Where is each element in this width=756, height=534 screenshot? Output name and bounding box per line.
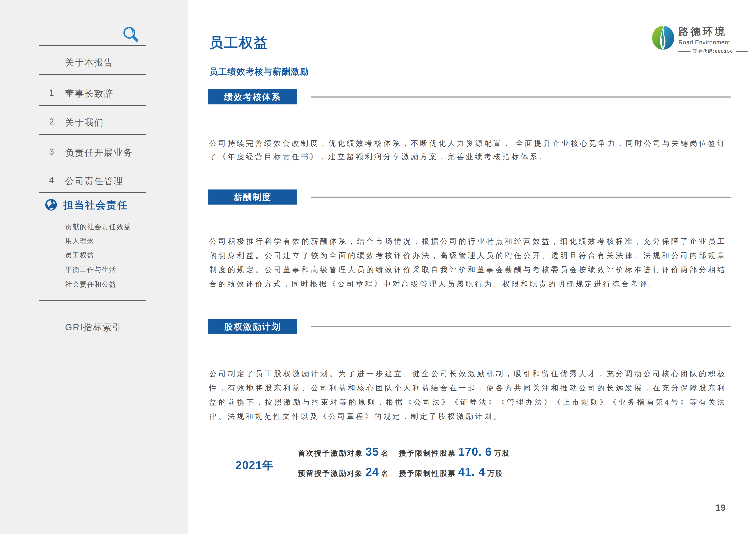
divider (39, 105, 146, 106)
sidebar-item-social-responsibility[interactable]: 担当社会责任 (45, 198, 128, 212)
divider (39, 45, 146, 46)
page-subtitle: 员工绩效考核与薪酬激励 (209, 66, 309, 78)
divider (39, 74, 146, 75)
company-logo: 路德环境 Road Environment 证券代码:688156 (652, 25, 748, 54)
sidebar-subitem-talent-philosophy[interactable]: 用人理念 (65, 237, 94, 246)
dash-decoration (736, 51, 748, 52)
divider (39, 134, 146, 135)
section-rule (311, 96, 731, 97)
sidebar-item-responsible-business[interactable]: 负责任开展业务 (65, 147, 133, 159)
section-body-compensation-system: 公司积极推行科学有效的薪酬体系，结合市场情况，根据公司的行业特点和经营效益，细化… (209, 234, 726, 291)
stat-value: 170. 6 (458, 445, 492, 458)
section-heading-compensation-system: 薪酬制度 (208, 190, 297, 205)
section-heading-equity-incentive-plan: 股权激励计划 (208, 319, 297, 334)
stat-row-first-grant: 首次授予激励对象 35 名 授予限制性股票 170. 6 万股 (298, 445, 509, 458)
sidebar-item-about-us[interactable]: 关于我们 (65, 116, 104, 129)
stat-label: 预留授予激励对象 (298, 469, 363, 478)
sidebar-item-number: 1 (49, 88, 54, 97)
stat-unit: 名 (381, 448, 389, 458)
logo-mark-icon (652, 25, 675, 51)
sidebar-item-number: 4 (49, 175, 54, 185)
logo-stock-code: 证券代码:688156 (678, 48, 748, 54)
sidebar: 关于本报告 1 董事长致辞 2 关于我们 3 负责任开展业务 4 公司责任管理 … (0, 0, 188, 534)
logo-company-name-en: Road Environment (678, 39, 748, 46)
sidebar-item-gri-index[interactable]: GRI指标索引 (65, 321, 122, 333)
sidebar-item-about-report[interactable]: 关于本报告 (65, 56, 114, 68)
stat-label: 首次授予激励对象 (298, 448, 363, 458)
stats-year-label: 2021年 (235, 458, 274, 473)
divider (39, 192, 146, 193)
sidebar-item-responsibility-management[interactable]: 公司责任管理 (65, 175, 123, 187)
divider (39, 165, 146, 165)
page-title: 员工权益 (209, 33, 269, 52)
sidebar-subitem-csr-benefits[interactable]: 贡献的社会责任效益 (65, 222, 131, 232)
stat-value: 35 (365, 445, 379, 458)
divider (39, 353, 146, 353)
sidebar-item-number: 3 (49, 147, 54, 157)
stat-label: 授予限制性股票 (399, 469, 456, 478)
sidebar-item-chairman-speech[interactable]: 董事长致辞 (65, 88, 114, 100)
stat-unit: 万股 (494, 448, 509, 458)
sidebar-subitem-work-life-balance[interactable]: 平衡工作与生活 (65, 265, 116, 274)
stock-code-text: 证券代码:688156 (693, 48, 733, 54)
sidebar-subitem-social-welfare[interactable]: 社会责任和公益 (65, 280, 116, 289)
section-rule (311, 196, 731, 198)
globe-icon (45, 198, 57, 212)
section-body-performance-appraisal: 公司持续完善绩效套改制度，优化绩效考核体系，不断优化人力资源配置， 全面提升企业… (209, 137, 726, 163)
sidebar-subitem-employee-rights[interactable]: 员工权益 (65, 250, 94, 260)
page-number: 19 (716, 502, 726, 513)
report-page: 关于本报告 1 董事长致辞 2 关于我们 3 负责任开展业务 4 公司责任管理 … (0, 0, 756, 534)
section-body-equity-incentive-plan: 公司制定了员工股权激励计划。为了进一步建立、健全公司长效激励机制，吸引和留住优秀… (209, 367, 726, 423)
logo-company-name-cn: 路德环境 (678, 25, 748, 38)
sidebar-item-number: 2 (49, 117, 54, 126)
stat-unit: 万股 (487, 469, 503, 478)
logo-text: 路德环境 Road Environment 证券代码:688156 (678, 25, 748, 54)
search-icon[interactable] (123, 26, 139, 43)
section-heading-performance-appraisal: 绩效考核体系 (208, 89, 297, 104)
stat-row-reserved-grant: 预留授予激励对象 24 名 授予限制性股票 41. 4 万股 (298, 465, 503, 478)
stat-value: 24 (365, 465, 379, 478)
stat-label: 授予限制性股票 (399, 448, 456, 458)
dash-decoration (678, 51, 690, 52)
stat-value: 41. 4 (458, 465, 485, 478)
sidebar-item-label: 担当社会责任 (63, 198, 128, 212)
stat-unit: 名 (381, 469, 389, 478)
divider (39, 300, 146, 301)
section-rule (311, 326, 731, 327)
